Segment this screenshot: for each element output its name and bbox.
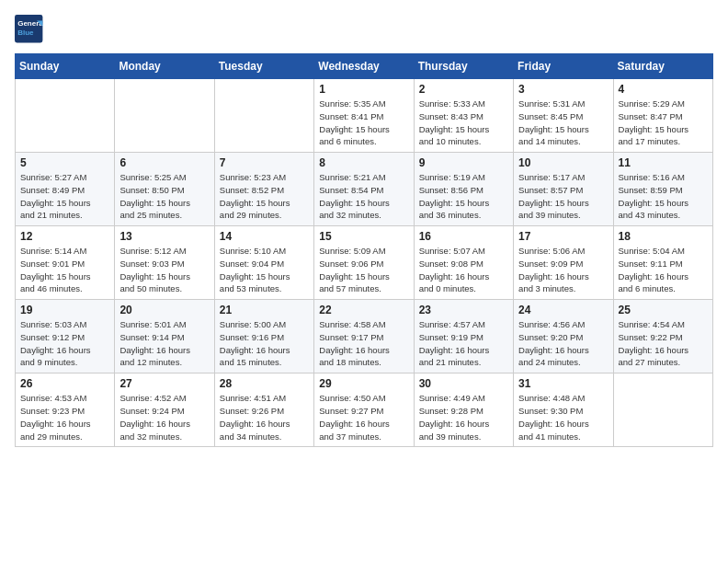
day-number: 19 [20, 304, 109, 316]
day-info: Sunrise: 5:00 AM Sunset: 9:16 PM Dayligh… [220, 318, 309, 369]
day-info: Sunrise: 5:17 AM Sunset: 8:57 PM Dayligh… [518, 171, 608, 222]
day-info: Sunrise: 4:56 AM Sunset: 9:20 PM Dayligh… [518, 318, 608, 369]
logo: General Blue [15, 15, 44, 44]
header-row: SundayMondayTuesdayWednesdayThursdayFrid… [16, 54, 713, 79]
svg-text:Blue: Blue [17, 29, 34, 37]
day-cell: 20Sunrise: 5:01 AM Sunset: 9:14 PM Dayli… [115, 300, 214, 373]
day-cell [115, 79, 214, 153]
day-number: 26 [20, 377, 109, 390]
day-cell: 25Sunrise: 4:54 AM Sunset: 9:22 PM Dayli… [613, 300, 712, 373]
day-cell: 23Sunrise: 4:57 AM Sunset: 9:19 PM Dayli… [414, 300, 513, 373]
day-info: Sunrise: 5:04 AM Sunset: 9:11 PM Dayligh… [619, 245, 708, 295]
day-number: 13 [119, 230, 209, 243]
week-row-3: 12Sunrise: 5:14 AM Sunset: 9:01 PM Dayli… [16, 226, 713, 300]
day-cell: 30Sunrise: 4:49 AM Sunset: 9:28 PM Dayli… [414, 373, 513, 447]
day-cell: 8Sunrise: 5:21 AM Sunset: 8:54 PM Daylig… [314, 153, 414, 226]
day-cell: 22Sunrise: 4:58 AM Sunset: 9:17 PM Dayli… [314, 300, 414, 373]
day-info: Sunrise: 4:57 AM Sunset: 9:19 PM Dayligh… [419, 318, 508, 369]
day-cell [214, 79, 313, 153]
day-info: Sunrise: 5:29 AM Sunset: 8:47 PM Dayligh… [619, 98, 708, 148]
day-header-tuesday: Tuesday [214, 54, 313, 79]
day-info: Sunrise: 5:14 AM Sunset: 9:01 PM Dayligh… [20, 245, 109, 295]
calendar-table: SundayMondayTuesdayWednesdayThursdayFrid… [15, 53, 713, 447]
day-number: 17 [518, 230, 608, 243]
day-number: 25 [619, 304, 708, 316]
day-info: Sunrise: 4:48 AM Sunset: 9:30 PM Dayligh… [518, 392, 608, 442]
day-cell: 19Sunrise: 5:03 AM Sunset: 9:12 PM Dayli… [16, 300, 115, 373]
day-cell: 14Sunrise: 5:10 AM Sunset: 9:04 PM Dayli… [214, 226, 313, 300]
day-number: 27 [119, 377, 209, 390]
day-info: Sunrise: 5:19 AM Sunset: 8:56 PM Dayligh… [419, 171, 508, 222]
day-cell: 29Sunrise: 4:50 AM Sunset: 9:27 PM Dayli… [314, 373, 414, 447]
day-info: Sunrise: 5:23 AM Sunset: 8:52 PM Dayligh… [220, 171, 309, 222]
day-header-thursday: Thursday [414, 54, 513, 79]
day-header-friday: Friday [514, 54, 613, 79]
day-info: Sunrise: 5:33 AM Sunset: 8:43 PM Dayligh… [419, 98, 508, 148]
day-info: Sunrise: 5:27 AM Sunset: 8:49 PM Dayligh… [20, 171, 109, 222]
logo-icon: General Blue [15, 15, 44, 44]
day-info: Sunrise: 4:52 AM Sunset: 9:24 PM Dayligh… [119, 392, 209, 442]
day-number: 2 [419, 83, 508, 96]
day-info: Sunrise: 5:25 AM Sunset: 8:50 PM Dayligh… [119, 171, 209, 222]
day-info: Sunrise: 4:49 AM Sunset: 9:28 PM Dayligh… [419, 392, 508, 442]
day-number: 23 [419, 304, 508, 316]
day-cell [613, 373, 712, 447]
day-info: Sunrise: 5:06 AM Sunset: 9:09 PM Dayligh… [518, 245, 608, 295]
day-cell: 15Sunrise: 5:09 AM Sunset: 9:06 PM Dayli… [314, 226, 414, 300]
day-cell: 13Sunrise: 5:12 AM Sunset: 9:03 PM Dayli… [115, 226, 214, 300]
day-number: 31 [518, 377, 608, 390]
day-header-monday: Monday [115, 54, 214, 79]
day-cell: 12Sunrise: 5:14 AM Sunset: 9:01 PM Dayli… [16, 226, 115, 300]
day-number: 6 [119, 156, 209, 169]
day-number: 16 [419, 230, 508, 243]
day-info: Sunrise: 4:51 AM Sunset: 9:26 PM Dayligh… [220, 392, 309, 442]
day-info: Sunrise: 4:50 AM Sunset: 9:27 PM Dayligh… [319, 392, 408, 442]
day-cell: 28Sunrise: 4:51 AM Sunset: 9:26 PM Dayli… [214, 373, 313, 447]
day-number: 28 [220, 377, 309, 390]
day-cell: 26Sunrise: 4:53 AM Sunset: 9:23 PM Dayli… [16, 373, 115, 447]
day-number: 21 [220, 304, 309, 316]
day-cell: 31Sunrise: 4:48 AM Sunset: 9:30 PM Dayli… [514, 373, 613, 447]
day-number: 18 [619, 230, 708, 243]
day-header-saturday: Saturday [613, 54, 712, 79]
day-number: 11 [619, 156, 708, 169]
day-cell: 2Sunrise: 5:33 AM Sunset: 8:43 PM Daylig… [414, 79, 513, 153]
day-info: Sunrise: 4:54 AM Sunset: 9:22 PM Dayligh… [619, 318, 708, 369]
day-header-sunday: Sunday [16, 54, 115, 79]
day-cell: 5Sunrise: 5:27 AM Sunset: 8:49 PM Daylig… [16, 153, 115, 226]
day-info: Sunrise: 5:21 AM Sunset: 8:54 PM Dayligh… [319, 171, 408, 222]
day-cell: 9Sunrise: 5:19 AM Sunset: 8:56 PM Daylig… [414, 153, 513, 226]
week-row-2: 5Sunrise: 5:27 AM Sunset: 8:49 PM Daylig… [16, 153, 713, 226]
week-row-5: 26Sunrise: 4:53 AM Sunset: 9:23 PM Dayli… [16, 373, 713, 447]
day-info: Sunrise: 5:10 AM Sunset: 9:04 PM Dayligh… [220, 245, 309, 295]
day-info: Sunrise: 4:53 AM Sunset: 9:23 PM Dayligh… [20, 392, 109, 442]
day-number: 3 [518, 83, 608, 96]
day-number: 30 [419, 377, 508, 390]
day-cell: 4Sunrise: 5:29 AM Sunset: 8:47 PM Daylig… [613, 79, 712, 153]
day-info: Sunrise: 5:09 AM Sunset: 9:06 PM Dayligh… [319, 245, 408, 295]
day-header-wednesday: Wednesday [314, 54, 414, 79]
day-cell: 6Sunrise: 5:25 AM Sunset: 8:50 PM Daylig… [115, 153, 214, 226]
day-cell: 16Sunrise: 5:07 AM Sunset: 9:08 PM Dayli… [414, 226, 513, 300]
day-number: 7 [220, 156, 309, 169]
day-number: 24 [518, 304, 608, 316]
day-info: Sunrise: 5:03 AM Sunset: 9:12 PM Dayligh… [20, 318, 109, 369]
day-number: 15 [319, 230, 408, 243]
day-cell: 27Sunrise: 4:52 AM Sunset: 9:24 PM Dayli… [115, 373, 214, 447]
day-number: 10 [518, 156, 608, 169]
day-number: 20 [119, 304, 209, 316]
day-number: 5 [20, 156, 109, 169]
day-cell: 1Sunrise: 5:35 AM Sunset: 8:41 PM Daylig… [314, 79, 414, 153]
day-number: 4 [619, 83, 708, 96]
day-info: Sunrise: 5:31 AM Sunset: 8:45 PM Dayligh… [518, 98, 608, 148]
day-number: 29 [319, 377, 408, 390]
day-number: 9 [419, 156, 508, 169]
day-cell: 24Sunrise: 4:56 AM Sunset: 9:20 PM Dayli… [514, 300, 613, 373]
day-number: 14 [220, 230, 309, 243]
day-info: Sunrise: 5:01 AM Sunset: 9:14 PM Dayligh… [119, 318, 209, 369]
day-number: 1 [319, 83, 408, 96]
page-header: General Blue [15, 15, 713, 44]
day-number: 8 [319, 156, 408, 169]
day-cell: 18Sunrise: 5:04 AM Sunset: 9:11 PM Dayli… [613, 226, 712, 300]
day-cell [16, 79, 115, 153]
